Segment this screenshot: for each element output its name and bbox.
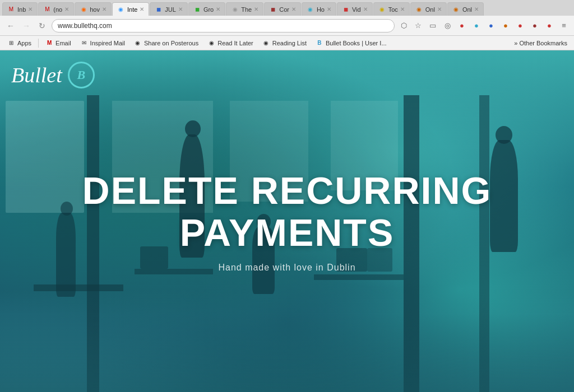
hero-subtitle: Hand made with love in Dublin: [0, 263, 574, 273]
bookmarks-bar: ⊞ Apps M Email ✉ Inspired Mail ◉ Share o…: [0, 36, 574, 50]
tab-9[interactable]: ◉ Ho ✕: [302, 2, 336, 16]
apps-favicon: ⊞: [7, 39, 15, 47]
tab-close-4[interactable]: ✕: [140, 6, 144, 12]
url-text: www.bullethq.com: [58, 22, 112, 30]
bookmark-read-later[interactable]: ◉ Read It Later: [203, 38, 257, 48]
tab-11[interactable]: ◉ Toc ✕: [373, 2, 410, 16]
tab-close-11[interactable]: ✕: [400, 6, 405, 12]
tab-favicon-8: ◼: [269, 6, 277, 13]
tab-10[interactable]: ◼ Vid ✕: [337, 2, 373, 16]
extension-icon-5[interactable]: ●: [515, 20, 526, 31]
bookmark-apps[interactable]: ⊞ Apps: [3, 38, 35, 48]
extension-icon-2[interactable]: ●: [471, 20, 482, 31]
reading-list-favicon: ◉: [262, 39, 270, 47]
tab-close-10[interactable]: ✕: [363, 6, 368, 12]
bookmarks-more[interactable]: » Other Bookmarks: [511, 39, 571, 48]
logo-circle: B: [68, 62, 95, 88]
tab-5[interactable]: ◼ JUL ✕: [150, 2, 188, 16]
tab-close-5[interactable]: ✕: [178, 6, 183, 12]
hero-section: Bullet B DELETE RECURRING PAYMENTS Hand …: [0, 50, 574, 392]
read-later-favicon: ◉: [207, 39, 215, 47]
extension-icon-4[interactable]: ●: [500, 20, 511, 31]
extension-icon-7[interactable]: ●: [544, 20, 555, 31]
tab-favicon-1: M: [7, 6, 15, 13]
email-favicon: M: [45, 39, 53, 47]
tab-6[interactable]: ◼ Gro ✕: [188, 2, 225, 16]
tab-close-1[interactable]: ✕: [28, 6, 33, 12]
tab-favicon-9: ◉: [307, 6, 314, 13]
tab-favicon-12: ◉: [415, 6, 423, 13]
bookmark-inspired-mail[interactable]: ✉ Inspired Mail: [76, 38, 129, 48]
tab-favicon-7: ◉: [231, 6, 239, 13]
tab-close-6[interactable]: ✕: [216, 6, 220, 12]
inspired-mail-favicon: ✉: [80, 39, 88, 47]
tab-favicon-13: ◉: [452, 6, 460, 13]
hero-main-text: DELETE RECURRING PAYMENTS Hand made with…: [0, 170, 574, 273]
tab-favicon-3: ◉: [80, 6, 87, 13]
posterous-favicon: ◉: [134, 39, 142, 47]
tab-close-3[interactable]: ✕: [102, 6, 107, 12]
refresh-button[interactable]: ↻: [36, 20, 48, 32]
tab-2[interactable]: M (no ✕: [38, 2, 74, 16]
browser-window: M Inb ✕ M (no ✕ ◉ hov ✕ ◉ Inte ✕ ◼ JUL ✕…: [0, 0, 574, 392]
address-bar[interactable]: www.bullethq.com: [52, 19, 395, 32]
bookmark-reading-list[interactable]: ◉ Reading List: [258, 38, 311, 48]
tab-close-8[interactable]: ✕: [291, 6, 296, 12]
tab-favicon-5: ◼: [155, 6, 163, 13]
tab-13[interactable]: ◉ Onl ✕: [447, 2, 484, 16]
tab-close-13[interactable]: ✕: [474, 6, 479, 12]
extension-icon-6[interactable]: ●: [529, 20, 540, 31]
tab-close-12[interactable]: ✕: [437, 6, 442, 12]
tab-3[interactable]: ◉ hov ✕: [75, 2, 112, 16]
tab-bar: M Inb ✕ M (no ✕ ◉ hov ✕ ◉ Inte ✕ ◼ JUL ✕…: [0, 0, 574, 16]
bullet-books-favicon: B: [316, 39, 323, 47]
logo-text: Bullet: [11, 63, 62, 87]
tab-7[interactable]: ◉ The ✕: [226, 2, 263, 16]
hero-title: DELETE RECURRING PAYMENTS: [0, 170, 574, 254]
site-logo[interactable]: Bullet B: [11, 62, 95, 88]
tab-favicon-2: M: [43, 6, 51, 13]
nav-bar: ← → ↻ www.bullethq.com ⬡ ☆ ▭ ◎ ● ● ● ● ●…: [0, 16, 574, 36]
nfc-icon[interactable]: ◎: [442, 20, 453, 31]
cast-icon[interactable]: ⬡: [398, 20, 409, 31]
monitor-icon[interactable]: ▭: [427, 20, 438, 31]
forward-button[interactable]: →: [20, 20, 33, 32]
tab-favicon-11: ◉: [378, 6, 386, 13]
extension-icon-3[interactable]: ●: [485, 20, 497, 31]
tab-close-9[interactable]: ✕: [327, 6, 331, 12]
website-content: Bullet B DELETE RECURRING PAYMENTS Hand …: [0, 50, 574, 392]
tab-favicon-4: ◉: [117, 6, 125, 13]
bookmark-bullet-books[interactable]: B Bullet Books | User I...: [312, 38, 391, 48]
bookmark-star-icon[interactable]: ☆: [413, 20, 424, 31]
tab-close-7[interactable]: ✕: [254, 6, 258, 12]
tab-4[interactable]: ◉ Inte ✕: [112, 2, 149, 16]
bookmark-email[interactable]: M Email: [41, 38, 75, 48]
tab-close-2[interactable]: ✕: [64, 6, 69, 12]
tab-8[interactable]: ◼ Cor ✕: [264, 2, 301, 16]
tab-favicon-10: ◼: [342, 6, 350, 13]
nav-icons: ⬡ ☆ ▭ ◎ ● ● ● ● ● ● ● ≡: [398, 20, 570, 31]
tab-12[interactable]: ◉ Onl ✕: [410, 2, 447, 16]
tab-1[interactable]: M Inb ✕: [2, 2, 38, 16]
extension-icon-1[interactable]: ●: [456, 20, 467, 31]
bookmark-posterous[interactable]: ◉ Share on Posterous: [130, 38, 202, 48]
menu-icon[interactable]: ≡: [558, 20, 570, 31]
bookmark-divider-1: [38, 39, 39, 48]
tab-favicon-6: ◼: [193, 6, 201, 13]
back-button[interactable]: ←: [4, 20, 17, 32]
